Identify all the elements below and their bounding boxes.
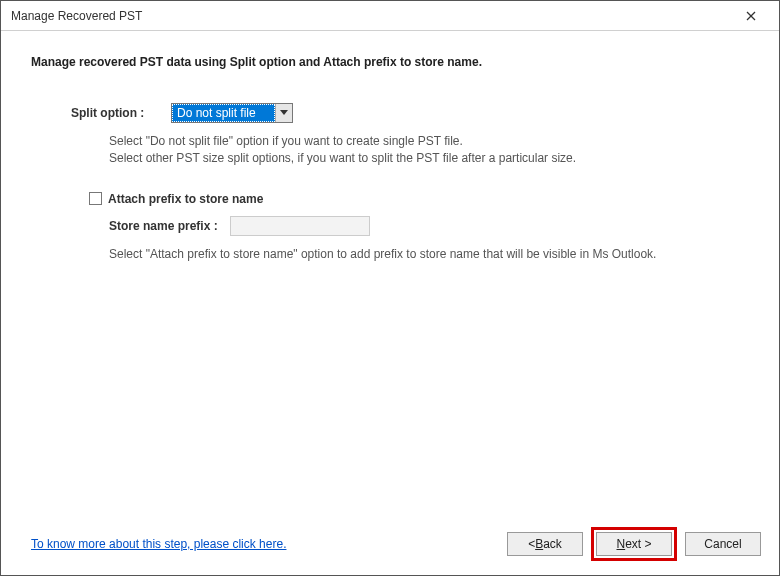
split-hint-line1: Select "Do not split file" option if you… (109, 133, 749, 150)
prefix-hint: Select "Attach prefix to store name" opt… (31, 246, 749, 263)
prefix-input-label: Store name prefix : (109, 219, 218, 233)
prefix-input-row: Store name prefix : (31, 216, 749, 236)
next-button-highlight: Next > (591, 527, 677, 561)
titlebar: Manage Recovered PST (1, 1, 779, 31)
attach-prefix-label: Attach prefix to store name (108, 192, 263, 206)
attach-prefix-checkbox[interactable] (89, 192, 102, 205)
window-title: Manage Recovered PST (11, 9, 731, 23)
dialog-window: Manage Recovered PST Manage recovered PS… (0, 0, 780, 576)
cancel-button[interactable]: Cancel (685, 532, 761, 556)
footer: To know more about this step, please cli… (1, 521, 779, 575)
content-area: Manage recovered PST data using Split op… (1, 31, 779, 521)
page-heading: Manage recovered PST data using Split op… (31, 55, 749, 69)
chevron-down-icon (280, 110, 288, 116)
prefix-checkbox-row: Attach prefix to store name (31, 192, 749, 206)
split-option-label: Split option : (31, 106, 171, 120)
next-button[interactable]: Next > (596, 532, 672, 556)
help-link[interactable]: To know more about this step, please cli… (31, 537, 286, 551)
back-button[interactable]: < Back (507, 532, 583, 556)
split-option-hint: Select "Do not split file" option if you… (31, 133, 749, 168)
close-button[interactable] (731, 2, 771, 30)
split-hint-line2: Select other PST size split options, if … (109, 150, 749, 167)
split-option-dropdown[interactable]: Do not split file (171, 103, 293, 123)
store-name-prefix-input[interactable] (230, 216, 370, 236)
split-option-selected: Do not split file (172, 104, 275, 122)
dropdown-toggle[interactable] (275, 104, 292, 122)
split-option-row: Split option : Do not split file (31, 103, 749, 123)
svg-marker-2 (280, 110, 288, 115)
close-icon (746, 11, 756, 21)
